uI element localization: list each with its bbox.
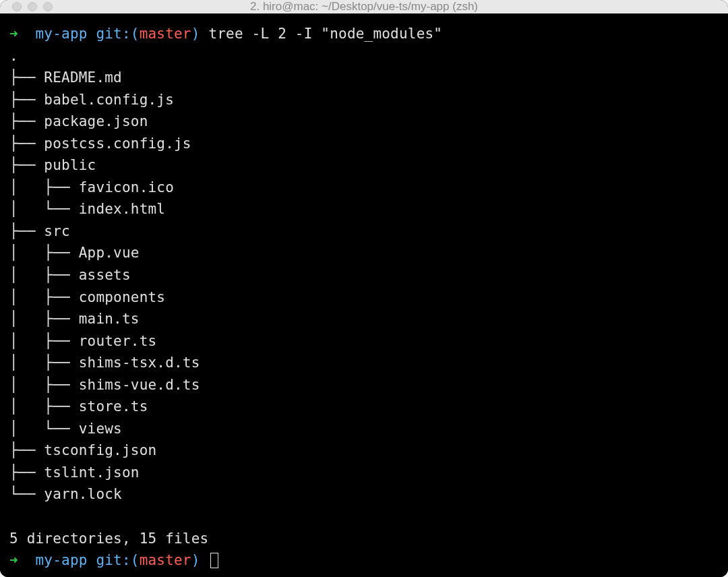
close-button[interactable] xyxy=(12,2,22,11)
maximize-button[interactable] xyxy=(43,2,53,11)
prompt-line-2: ➜ my-app git:(master) xyxy=(9,549,719,572)
tree-line: ├── src xyxy=(9,220,719,243)
tree-line: │ ├── store.ts xyxy=(9,396,719,418)
command-text: tree -L 2 -I "node_modules" xyxy=(208,26,442,42)
terminal-body[interactable]: ➜ my-app git:(master) tree -L 2 -I "node… xyxy=(0,13,728,577)
tree-line: └── yarn.lock xyxy=(9,483,719,506)
window-title: 2. hiro@mac: ~/Desktop/vue-ts/my-app (zs… xyxy=(12,0,716,13)
prompt-paren-close: ) xyxy=(191,552,200,568)
tree-line: │ └── views xyxy=(9,418,719,440)
tree-line: │ ├── components xyxy=(9,286,719,309)
tree-line: │ ├── shims-tsx.d.ts xyxy=(9,352,719,374)
prompt-paren-close: ) xyxy=(191,26,200,42)
tree-line: │ ├── App.vue xyxy=(9,242,719,264)
cursor-icon xyxy=(210,553,218,568)
tree-line: │ └── index.html xyxy=(9,198,719,220)
prompt-branch: master xyxy=(140,552,191,568)
tree-line: │ ├── shims-vue.d.ts xyxy=(9,374,719,396)
minimize-button[interactable] xyxy=(28,2,37,11)
prompt-path: my-app xyxy=(36,552,88,568)
tree-line: ├── README.md xyxy=(9,67,719,89)
tree-root: . xyxy=(9,45,719,67)
prompt-line-1: ➜ my-app git:(master) tree -L 2 -I "node… xyxy=(9,23,719,45)
titlebar[interactable]: 2. hiro@mac: ~/Desktop/vue-ts/my-app (zs… xyxy=(0,0,728,13)
prompt-arrow-icon: ➜ xyxy=(9,26,18,42)
tree-summary: 5 directories, 15 files xyxy=(9,528,719,550)
prompt-git-label: git: xyxy=(96,552,130,568)
tree-line: ├── postcss.config.js xyxy=(9,133,719,155)
prompt-paren-open: ( xyxy=(131,26,140,42)
traffic-lights xyxy=(12,2,53,11)
prompt-paren-open: ( xyxy=(131,552,140,568)
tree-line: ├── tslint.json xyxy=(9,462,719,484)
prompt-git-label: git: xyxy=(96,26,130,42)
prompt-branch: master xyxy=(140,26,191,42)
tree-line: ├── babel.config.js xyxy=(9,89,719,111)
tree-line: │ ├── favicon.ico xyxy=(9,177,719,199)
terminal-window: 2. hiro@mac: ~/Desktop/vue-ts/my-app (zs… xyxy=(0,0,728,577)
tree-line: ├── public xyxy=(9,154,719,177)
tree-line: ├── package.json xyxy=(9,111,719,133)
blank-line xyxy=(9,506,719,528)
tree-line: │ ├── assets xyxy=(9,264,719,286)
tree-line: ├── tsconfig.json xyxy=(9,439,719,462)
prompt-path: my-app xyxy=(36,26,88,42)
tree-line: │ ├── router.ts xyxy=(9,330,719,353)
prompt-arrow-icon: ➜ xyxy=(9,552,18,568)
tree-line: │ ├── main.ts xyxy=(9,308,719,330)
